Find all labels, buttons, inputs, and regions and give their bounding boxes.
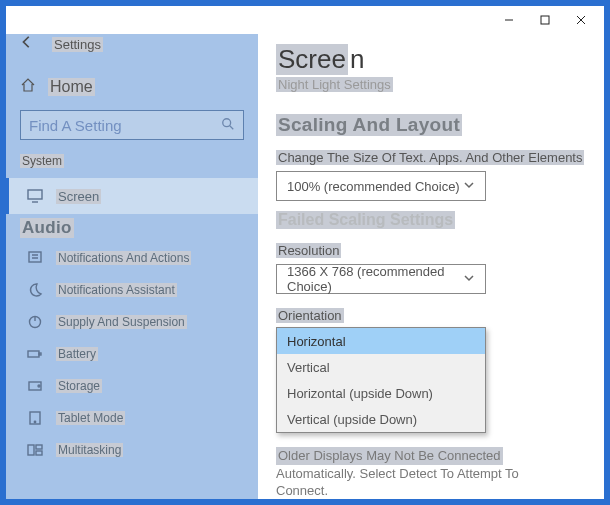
sidebar-group-system: System [20, 154, 244, 168]
select-value: 100% (recommended Choice) [287, 179, 460, 194]
svg-rect-3 [29, 252, 41, 262]
power-icon [26, 314, 44, 330]
svg-point-8 [38, 385, 40, 387]
desktop-background: Settings Home Find A Setting System [0, 0, 610, 505]
monitor-icon [26, 188, 44, 204]
orientation-label: Orientation [276, 308, 586, 323]
multitasking-icon [26, 442, 44, 458]
advanced-scaling-link[interactable]: Failed Scaling Settings [276, 211, 586, 229]
page-title: Scree n [276, 44, 586, 75]
sidebar-item-storage[interactable]: Storage [20, 370, 244, 402]
minimize-button[interactable] [492, 10, 526, 30]
svg-rect-5 [28, 351, 39, 357]
sidebar-item-label: Storage [56, 379, 102, 393]
sidebar-item-label: Tablet Mode [56, 411, 125, 425]
resolution-label: Resolution [276, 243, 586, 258]
svg-point-10 [34, 421, 35, 422]
sidebar-item-label: Home [48, 78, 95, 96]
svg-rect-6 [39, 353, 41, 355]
search-icon [221, 117, 235, 134]
svg-point-1 [223, 118, 231, 126]
dropdown-option-horizontal[interactable]: Horizontal [277, 328, 485, 354]
dropdown-option-horizontal-flipped[interactable]: Horizontal (upside Down) [277, 380, 485, 406]
sidebar-item-battery[interactable]: Battery [20, 338, 244, 370]
sidebar-item-focus-assist[interactable]: Notifications Assistant [20, 274, 244, 306]
sidebar-item-label: Screen [56, 189, 101, 204]
svg-rect-12 [36, 445, 42, 449]
svg-rect-0 [541, 16, 549, 24]
svg-rect-11 [28, 445, 34, 455]
battery-icon [26, 346, 44, 362]
back-icon[interactable] [20, 35, 34, 53]
sidebar-item-label: Notifications Assistant [56, 283, 177, 297]
close-button[interactable] [564, 10, 598, 30]
sidebar-item-label: Multitasking [56, 443, 123, 457]
search-placeholder: Find A Setting [29, 117, 122, 134]
sidebar-item-power-sleep[interactable]: Supply And Suspension [20, 306, 244, 338]
scale-label: Change The Size Of Text. Apps. And Other… [276, 150, 586, 165]
sidebar-item-notifications[interactable]: Notifications And Actions [20, 242, 244, 274]
svg-rect-13 [36, 451, 42, 455]
dropdown-option-vertical[interactable]: Vertical [277, 354, 485, 380]
content-pane: Scree n Night Light Settings Scaling And… [258, 34, 604, 499]
home-icon [20, 77, 36, 97]
section-scaling-layout: Scaling And Layout [276, 114, 586, 136]
sidebar-item-label: Supply And Suspension [56, 315, 187, 329]
sidebar-item-multitasking[interactable]: Multitasking [20, 434, 244, 466]
sidebar-item-label: Battery [56, 347, 98, 361]
sidebar-item-label: Notifications And Actions [56, 251, 191, 265]
chevron-down-icon [463, 272, 475, 287]
settings-window: Settings Home Find A Setting System [6, 6, 604, 499]
search-input[interactable]: Find A Setting [20, 110, 244, 140]
notifications-icon [26, 250, 44, 266]
window-titlebar [6, 6, 604, 34]
moon-icon [26, 282, 44, 298]
night-light-link[interactable]: Night Light Settings [276, 77, 586, 92]
window-title: Settings [52, 37, 103, 52]
maximize-button[interactable] [528, 10, 562, 30]
tablet-icon [26, 410, 44, 426]
sidebar-item-screen[interactable]: Screen [6, 178, 258, 214]
sidebar-group-audio: Audio [20, 218, 244, 238]
sidebar: Settings Home Find A Setting System [6, 34, 258, 499]
dropdown-option-vertical-flipped[interactable]: Vertical (upside Down) [277, 406, 485, 432]
multi-display-note: Older Displays May Not Be Connected Auto… [276, 447, 566, 499]
svg-rect-2 [28, 190, 42, 199]
sidebar-item-home[interactable]: Home [20, 74, 244, 100]
svg-rect-7 [29, 382, 41, 390]
sidebar-item-tablet-mode[interactable]: Tablet Mode [20, 402, 244, 434]
storage-icon [26, 378, 44, 394]
scale-select[interactable]: 100% (recommended Choice) [276, 171, 486, 201]
select-value: 1366 X 768 (recommended Choice) [287, 264, 463, 294]
resolution-select[interactable]: 1366 X 768 (recommended Choice) [276, 264, 486, 294]
chevron-down-icon [463, 179, 475, 194]
orientation-dropdown[interactable]: Horizontal Vertical Horizontal (upside D… [276, 327, 486, 433]
